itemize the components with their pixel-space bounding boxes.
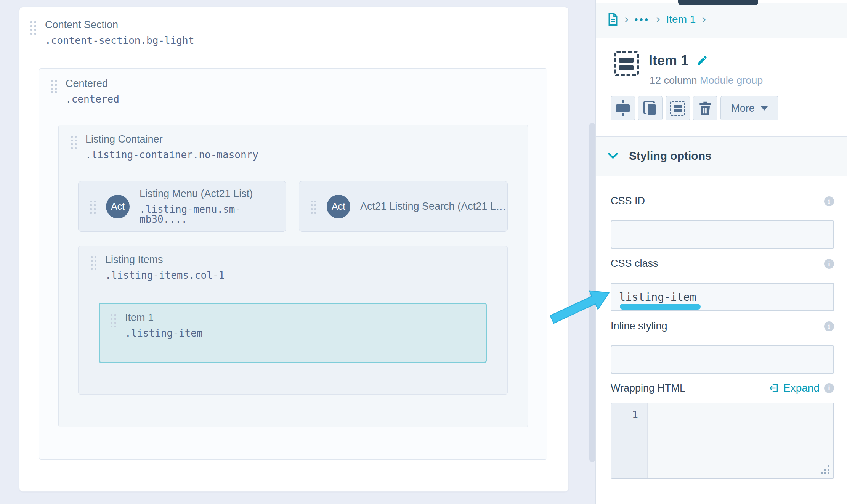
- listing-items-header: Listing Items .listing-items.col-1: [91, 255, 225, 280]
- breadcrumb: › ••• › Item 1 ›: [608, 13, 706, 26]
- wrapping-html-editor[interactable]: 1: [611, 403, 834, 479]
- module-selector: .listing-menu.sm-mb30....: [140, 204, 286, 224]
- document-icon[interactable]: [608, 13, 618, 26]
- listing-search-module-card[interactable]: Act Act21 Listing Search (Act21 L…: [299, 181, 508, 232]
- trash-icon: [699, 101, 711, 115]
- expand-icon: [769, 383, 779, 393]
- breadcrumb-separator: ›: [624, 13, 629, 25]
- breadcrumb-separator: ›: [656, 13, 660, 25]
- breadcrumb-separator: ›: [702, 13, 706, 25]
- drag-handle-icon[interactable]: [30, 21, 37, 35]
- drag-handle-icon[interactable]: [51, 80, 57, 94]
- node-selector: .listing-item: [125, 328, 203, 338]
- css-id-input[interactable]: [611, 220, 834, 249]
- panel-subtitle: 12 column Module group: [650, 75, 763, 87]
- listing-menu-module-card[interactable]: Act Listing Menu (Act21 List) .listing-m…: [78, 181, 286, 232]
- insert-section-icon: [616, 100, 630, 116]
- drag-handle-icon[interactable]: [91, 256, 97, 270]
- edit-pencil-icon[interactable]: [696, 55, 708, 67]
- item-1-header: Item 1 .listing-item: [111, 313, 203, 338]
- drag-handle-icon[interactable]: [111, 314, 117, 328]
- content-section-header: Content Section .content-section.bg-ligh…: [30, 20, 194, 45]
- chevron-down-icon: [608, 152, 618, 159]
- duplicate-icon: [643, 101, 657, 116]
- node-label: Listing Container: [85, 134, 258, 144]
- panel-title: Item 1: [649, 53, 688, 69]
- info-icon[interactable]: i: [824, 196, 834, 206]
- module-group-link[interactable]: Module group: [700, 75, 763, 86]
- node-label: Centered: [66, 79, 119, 89]
- styling-options-title: Styling options: [629, 149, 712, 162]
- resize-handle[interactable]: [828, 472, 829, 474]
- column-count: 12 column: [650, 75, 697, 86]
- module-label: Act21 Listing Search (Act21 L…: [360, 201, 506, 212]
- node-label: Listing Items: [105, 255, 225, 265]
- info-icon[interactable]: i: [824, 321, 834, 331]
- duplicate-button[interactable]: [638, 96, 663, 120]
- node-selector: .listing-items.col-1: [105, 270, 225, 280]
- delete-button[interactable]: [693, 96, 717, 120]
- node-selector: .listing-container.no-masonry: [85, 150, 258, 160]
- node-label: Item 1: [125, 313, 203, 323]
- save-as-group-button[interactable]: [666, 96, 690, 120]
- inline-styling-input[interactable]: [611, 345, 834, 374]
- breadcrumb-current[interactable]: Item 1: [666, 13, 696, 26]
- page-editor: Act Listing Menu (Act21 List) .listing-m…: [0, 0, 847, 504]
- css-class-label: CSS class: [611, 258, 658, 270]
- panel-drag-pill[interactable]: [678, 0, 758, 5]
- act-module-icon: Act: [327, 195, 350, 218]
- breadcrumb-collapsed[interactable]: •••: [635, 14, 650, 25]
- info-icon[interactable]: i: [824, 383, 834, 393]
- wrapping-html-label: Wrapping HTML: [611, 382, 685, 394]
- module-label: Listing Menu (Act21 List): [140, 189, 286, 199]
- annotation-arrow: [548, 279, 613, 327]
- drag-handle-icon[interactable]: [311, 201, 317, 214]
- node-label: Content Section: [45, 20, 194, 30]
- drag-handle-icon[interactable]: [90, 201, 96, 214]
- node-selector: .content-section.bg-light: [45, 35, 194, 45]
- inline-styling-label: Inline styling: [611, 320, 667, 332]
- highlight-underline: [620, 304, 701, 310]
- line-number: 1: [611, 403, 647, 421]
- more-button[interactable]: More: [720, 96, 778, 120]
- module-group-icon: [614, 51, 639, 76]
- act-module-icon: Act: [106, 195, 130, 218]
- editor-gutter: 1: [611, 403, 648, 478]
- listing-container-header: Listing Container .listing-container.no-…: [71, 134, 258, 160]
- expand-link[interactable]: Expand: [769, 382, 820, 394]
- more-label: More: [731, 103, 755, 114]
- node-selector: .centered: [66, 94, 119, 104]
- centered-header: Centered .centered: [51, 79, 119, 104]
- module-group-small-icon: [670, 101, 685, 116]
- expand-label: Expand: [783, 382, 820, 394]
- info-icon[interactable]: i: [824, 259, 834, 269]
- insert-section-button[interactable]: [611, 96, 635, 120]
- drag-handle-icon[interactable]: [71, 136, 77, 149]
- css-id-label: CSS ID: [611, 195, 645, 207]
- caret-down-icon: [761, 106, 768, 111]
